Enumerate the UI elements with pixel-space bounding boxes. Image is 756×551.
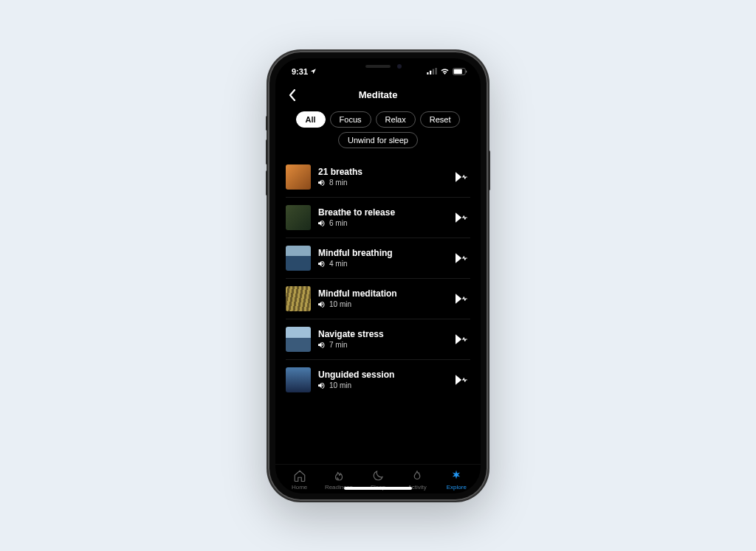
sparkle-icon — [450, 469, 463, 482]
play-button[interactable] — [454, 250, 470, 266]
play-pulse-icon — [456, 375, 469, 385]
sound-icon — [318, 179, 326, 186]
play-pulse-icon — [456, 294, 469, 304]
session-meta: Breathe to release 6 min — [318, 207, 447, 227]
session-row[interactable]: Breathe to release 6 min — [286, 198, 470, 238]
play-button[interactable] — [454, 291, 470, 307]
session-row[interactable]: Navigate stress 7 min — [286, 319, 470, 360]
session-thumbnail — [286, 327, 311, 352]
session-duration: 7 min — [329, 341, 347, 349]
svg-rect-1 — [430, 71, 431, 74]
sound-icon — [318, 382, 326, 389]
tab-label: Explore — [447, 484, 467, 491]
filter-chips: All Focus Relax Reset Unwind for sleep — [275, 108, 481, 154]
session-title: Mindful meditation — [318, 288, 447, 299]
play-button[interactable] — [454, 331, 470, 347]
cellular-icon — [427, 68, 437, 74]
filter-chip-unwind[interactable]: Unwind for sleep — [338, 132, 418, 148]
filter-chip-focus[interactable]: Focus — [330, 111, 371, 128]
home-indicator[interactable] — [344, 487, 412, 490]
tab-label: Home — [292, 484, 307, 491]
filter-chip-all[interactable]: All — [296, 111, 326, 128]
session-meta: Mindful meditation 10 min — [318, 288, 447, 308]
session-thumbnail — [286, 286, 311, 311]
svg-rect-3 — [436, 68, 437, 74]
session-thumbnail — [286, 246, 311, 271]
sound-icon — [318, 220, 326, 226]
phone-frame: 9:31 Meditate All Focus Relax Reset Unwi… — [268, 51, 488, 501]
moon-icon — [371, 469, 385, 482]
play-pulse-icon — [456, 172, 469, 182]
session-title: Mindful breathing — [318, 248, 447, 258]
svg-rect-2 — [433, 69, 434, 75]
location-icon — [310, 68, 317, 74]
session-meta: 21 breaths 8 min — [318, 167, 447, 187]
filter-chip-relax[interactable]: Relax — [376, 111, 416, 128]
readiness-icon — [332, 469, 346, 482]
session-list[interactable]: 21 breaths 8 min Breathe to release — [275, 154, 481, 464]
header: Meditate — [275, 85, 481, 108]
volume-down-button — [266, 170, 268, 195]
tab-explore[interactable]: Explore — [438, 469, 475, 491]
svg-rect-5 — [454, 69, 462, 73]
wifi-icon — [440, 68, 450, 74]
sound-icon — [318, 342, 326, 348]
session-thumbnail — [286, 367, 311, 392]
svg-rect-6 — [466, 70, 467, 72]
play-button[interactable] — [454, 169, 470, 185]
session-row[interactable]: Mindful breathing 4 min — [286, 238, 470, 279]
chevron-left-icon — [289, 89, 296, 101]
session-title: Navigate stress — [318, 329, 447, 339]
home-icon — [293, 469, 306, 482]
sound-icon — [318, 301, 326, 308]
flame-icon — [410, 469, 424, 482]
session-thumbnail — [286, 205, 311, 230]
session-meta: Mindful breathing 4 min — [318, 248, 447, 268]
session-row[interactable]: 21 breaths 8 min — [286, 157, 470, 198]
session-duration: 10 min — [329, 300, 351, 308]
play-pulse-icon — [456, 253, 469, 263]
session-title: Unguided session — [318, 370, 447, 380]
tab-home[interactable]: Home — [281, 469, 318, 491]
volume-up-button — [266, 139, 268, 164]
session-thumbnail — [286, 164, 311, 190]
session-meta: Unguided session 10 min — [318, 370, 447, 389]
session-duration: 4 min — [329, 260, 347, 268]
play-button[interactable] — [454, 372, 470, 388]
session-duration: 8 min — [329, 179, 347, 187]
session-title: Breathe to release — [318, 207, 447, 218]
session-meta: Navigate stress 7 min — [318, 329, 447, 349]
power-button — [488, 150, 490, 190]
back-button[interactable] — [284, 88, 300, 103]
screen: 9:31 Meditate All Focus Relax Reset Unwi… — [275, 58, 481, 493]
session-title: 21 breaths — [318, 167, 447, 177]
play-pulse-icon — [456, 212, 469, 223]
silent-switch — [266, 116, 268, 131]
play-button[interactable] — [454, 209, 470, 226]
svg-rect-0 — [427, 72, 428, 74]
session-duration: 10 min — [329, 381, 351, 389]
status-time: 9:31 — [292, 67, 308, 76]
session-row[interactable]: Unguided session 10 min — [286, 360, 470, 400]
notch — [334, 58, 422, 74]
sound-icon — [318, 260, 326, 267]
play-pulse-icon — [456, 334, 469, 344]
session-row[interactable]: Mindful meditation 10 min — [286, 279, 470, 319]
session-duration: 6 min — [329, 219, 347, 227]
page-title: Meditate — [275, 89, 481, 100]
battery-icon — [453, 68, 467, 75]
filter-chip-reset[interactable]: Reset — [420, 111, 461, 128]
